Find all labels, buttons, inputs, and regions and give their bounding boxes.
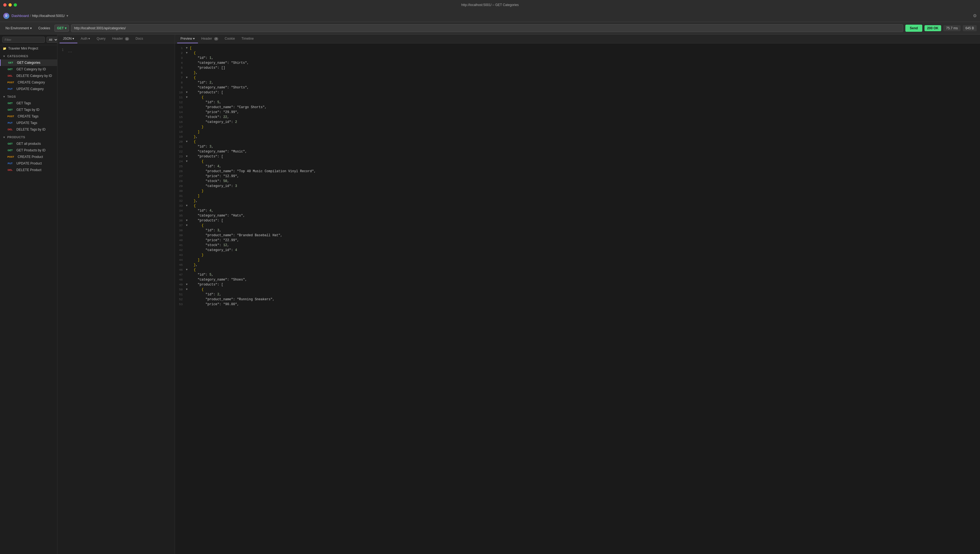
line-number: 7 (175, 75, 186, 80)
line-number: 49 (175, 282, 186, 287)
cookies-button[interactable]: Cookies (36, 25, 52, 31)
tab-auth[interactable]: Auth ▾ (77, 35, 93, 43)
section-header-categories[interactable]: ▼ CATEGORIES (0, 53, 57, 59)
json-line: 14 "price": "29.99", (175, 110, 980, 115)
json-line: 42 "category_id": 4 (175, 248, 980, 253)
close-button[interactable] (3, 3, 6, 6)
sidebar-item-update-category[interactable]: PUT UPDATE Category (0, 86, 57, 92)
tab-query[interactable]: Query (93, 35, 109, 43)
line-toggle[interactable]: ▼ (186, 287, 190, 292)
sidebar-item-update-tags[interactable]: PUT UPDATE Tags (0, 120, 57, 126)
line-content: { (190, 223, 980, 228)
method-tag-del: DEL (6, 128, 14, 131)
sidebar-item-get-tags-by-id[interactable]: GET GET Tags by ID (0, 107, 57, 113)
method-selector[interactable]: GET ▾ (54, 25, 69, 32)
method-tag-get: GET (6, 102, 14, 105)
json-line: 19 }, (175, 134, 980, 139)
sidebar-item-update-product[interactable]: PUT UPDATE Product (0, 160, 57, 167)
line-toggle[interactable]: ▼ (186, 95, 190, 100)
line-content: "product_name": "Top 40 Music Compilatio… (190, 169, 980, 174)
item-label: UPDATE Tags (16, 121, 37, 125)
minimize-button[interactable] (8, 3, 12, 6)
line-number: 31 (175, 193, 186, 198)
line-content: "price": "29.99", (190, 110, 980, 115)
sidebar-item-create-tags[interactable]: POST CREATE Tags (0, 113, 57, 120)
line-content: "price": "22.99", (190, 238, 980, 243)
tab-cookie[interactable]: Cookie (221, 35, 238, 43)
line-content: "stock": 50, (190, 179, 980, 184)
tab-docs[interactable]: Docs (132, 35, 146, 43)
chevron-down-icon[interactable]: ▾ (67, 14, 68, 18)
section-header-tags[interactable]: ▼ TAGS (0, 93, 57, 100)
line-number: 23 (175, 154, 186, 159)
line-toggle[interactable]: ▼ (186, 154, 190, 159)
filter-input[interactable] (2, 37, 45, 43)
categories-chevron-icon: ▼ (3, 55, 5, 58)
line-number: 48 (175, 277, 186, 282)
line-content: { (190, 139, 980, 144)
line-toggle[interactable]: ▼ (186, 159, 190, 164)
tab-json[interactable]: JSON ▾ (60, 35, 77, 43)
line-toggle[interactable]: ▼ (186, 267, 190, 272)
json-line: 8 "id": 2, (175, 80, 980, 85)
sidebar-item-delete-tags[interactable]: DEL DELETE Tags by ID (0, 126, 57, 133)
sidebar-item-get-tags[interactable]: GET GET Tags (0, 100, 57, 107)
sidebar-item-get-categories[interactable]: GET GET Categories (0, 59, 57, 66)
tab-response-header[interactable]: Header 7 (198, 35, 221, 43)
line-content: { (190, 75, 980, 80)
line-toggle[interactable]: ▼ (186, 51, 190, 56)
json-line: 46▼ { (175, 267, 980, 272)
sidebar-item-delete-product[interactable]: DEL DELETE Product (0, 167, 57, 173)
workspace-url[interactable]: http://localhost:5001/ (32, 14, 65, 18)
line-number: 53 (175, 302, 186, 307)
line-toggle[interactable]: ▼ (186, 46, 190, 51)
method-tag-put: PUT (6, 87, 14, 91)
json-line: 36▼ "products": [ (175, 218, 980, 223)
json-line: 51 "id": 2, (175, 292, 980, 297)
line-content: }, (190, 198, 980, 203)
maximize-button[interactable] (14, 3, 17, 6)
sidebar-item-create-category[interactable]: POST CREATE Category (0, 79, 57, 86)
send-button[interactable]: Send (905, 25, 922, 32)
line-number: 1 (175, 46, 186, 51)
line-number: 39 (175, 233, 186, 238)
sidebar-item-get-category-by-id[interactable]: GET GET Category by ID (0, 66, 57, 73)
sidebar-item-get-all-products[interactable]: GET GET all products (0, 140, 57, 147)
line-toggle[interactable]: ▼ (186, 90, 190, 95)
method-tag-put: PUT (6, 162, 14, 165)
line-toggle[interactable]: ▼ (186, 218, 190, 223)
navbar: D Dashboard / http://localhost:5001/ ▾ ⚙ (0, 10, 980, 22)
url-input[interactable] (71, 24, 903, 32)
sidebar-item-get-product-by-id[interactable]: GET GET Products by ID (0, 147, 57, 153)
line-toggle (186, 248, 190, 253)
section-header-products[interactable]: ▼ PRODUCTS (0, 134, 57, 140)
settings-icon[interactable]: ⚙ (973, 13, 977, 18)
line-toggle (186, 198, 190, 203)
line-toggle[interactable]: ▼ (186, 223, 190, 228)
json-line: 27 "price": "12.99", (175, 174, 980, 179)
filter-select[interactable]: All (46, 37, 57, 43)
sidebar-item-delete-category[interactable]: DEL DELETE Category by ID (0, 73, 57, 79)
environment-selector[interactable]: No Environment ▾ (3, 25, 34, 31)
tab-preview[interactable]: Preview ▾ (177, 35, 198, 43)
line-content: { (190, 95, 980, 100)
line-toggle[interactable]: ▼ (186, 139, 190, 144)
line-toggle[interactable]: ▼ (186, 282, 190, 287)
line-number: 33 (175, 203, 186, 208)
line-toggle (186, 115, 190, 120)
line-toggle[interactable]: ▼ (186, 75, 190, 80)
line-content: ] (190, 257, 980, 262)
json-line: 15 "stock": 22, (175, 115, 980, 120)
line-number: 28 (175, 179, 186, 184)
sidebar-item-create-product[interactable]: POST CREATE Product (0, 153, 57, 160)
sidebar-item-traveler[interactable]: 📁 Traveler Mini Project (0, 45, 57, 52)
dashboard-link[interactable]: Dashboard (11, 14, 29, 18)
line-toggle (186, 125, 190, 129)
tags-label: TAGS (7, 95, 16, 98)
line-toggle (186, 179, 190, 184)
json-line: 41 "stock": 12, (175, 243, 980, 248)
tab-timeline[interactable]: Timeline (238, 35, 257, 43)
line-content: "category_name": "Music", (190, 149, 980, 154)
tab-header[interactable]: Header 1 (109, 35, 132, 43)
line-toggle[interactable]: ▼ (186, 203, 190, 208)
